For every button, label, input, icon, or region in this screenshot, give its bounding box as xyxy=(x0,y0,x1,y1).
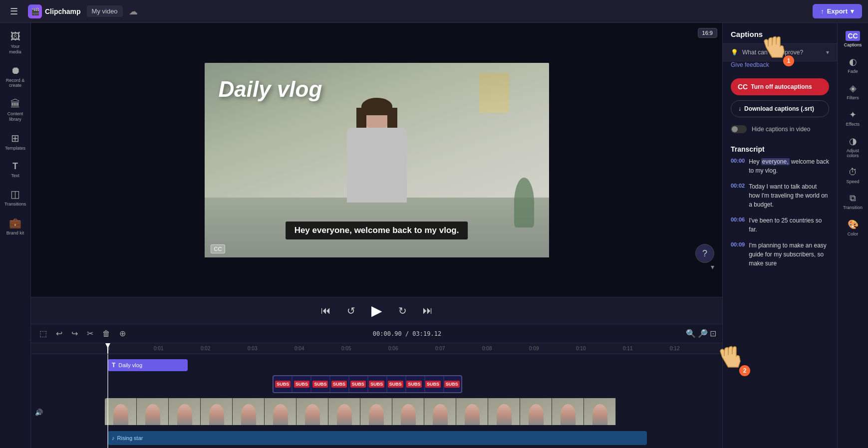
ts-time-1: 00:02 xyxy=(731,183,745,209)
give-feedback-link[interactable]: Give feedback xyxy=(723,61,837,73)
subs-badge-1: SUBS xyxy=(275,381,290,388)
rewind-button[interactable]: ↺ xyxy=(343,303,359,319)
save-button[interactable]: ⊕ xyxy=(117,327,128,340)
subs-badge-2: SUBS xyxy=(294,381,309,388)
video-thumb-6 xyxy=(265,398,296,425)
video-thumb-1 xyxy=(105,398,137,425)
redo-button[interactable]: ↪ xyxy=(69,327,80,340)
transcript-header: Transcript xyxy=(723,140,837,157)
tool-color[interactable]: 🎨 Color xyxy=(839,215,867,240)
subs-track-row: SUBS SUBS SUBS SUBS SUBS SUBS SUBS SUBS … xyxy=(31,374,722,396)
video-frame: Daily vlog Hey everyone, welcome back to… xyxy=(205,63,549,257)
music-track-row: ♪ Rising star xyxy=(31,428,722,446)
volume-icon: 🔊 xyxy=(35,409,43,416)
fit-to-screen-button[interactable]: ⊡ xyxy=(710,329,716,338)
sidebar-item-brand-label: Brand kit xyxy=(6,230,24,236)
video-title[interactable]: My video xyxy=(87,5,123,17)
sidebar-item-transitions[interactable]: ◫ Transitions xyxy=(1,184,29,211)
scroll-down-button[interactable]: ▾ xyxy=(711,263,714,271)
ruler-mark-2: 0:02 xyxy=(201,346,248,351)
play-button[interactable]: ▶ xyxy=(367,300,386,321)
captions-tool-label: Captions xyxy=(844,42,862,47)
video-thumbnails[interactable] xyxy=(105,398,718,426)
video-track-label: 🔊 xyxy=(35,409,105,416)
help-button[interactable]: ? xyxy=(695,244,714,263)
export-button[interactable]: ↑ Export ▾ xyxy=(813,4,862,18)
feedback-row[interactable]: 💡 What can we improve? ▾ xyxy=(723,44,837,61)
your-media-icon: 🖼 xyxy=(10,31,20,42)
select-tool-button[interactable]: ⬚ xyxy=(37,327,49,340)
subs-badge-5: SUBS xyxy=(350,381,366,388)
video-thumb-2 xyxy=(137,398,169,425)
color-tool-icon: 🎨 xyxy=(848,219,859,230)
sidebar-item-record-label: Record & create xyxy=(4,78,26,89)
ruler-mark-8: 0:08 xyxy=(482,346,529,351)
transition-tool-icon: ⧉ xyxy=(850,193,856,204)
left-sidebar: 🖼 Your media ⏺ Record & create 🏛 Content… xyxy=(0,23,31,448)
cut-button[interactable]: ✂ xyxy=(84,327,96,340)
video-thumb-7 xyxy=(296,398,328,425)
zoom-in-button[interactable]: 🔎 xyxy=(698,329,708,338)
sidebar-item-content-label: Content library xyxy=(4,111,26,122)
video-thumb-4 xyxy=(201,398,233,425)
download-captions-button[interactable]: ↓ Download captions (.srt) xyxy=(731,100,829,117)
adjust-colors-tool-label: Adjust colors xyxy=(841,148,865,158)
tool-captions[interactable]: CC Captions xyxy=(839,27,867,51)
captions-panel-header: Captions xyxy=(723,23,837,44)
undo-button[interactable]: ↩ xyxy=(53,327,65,340)
sidebar-item-templates[interactable]: ⊞ Templates xyxy=(1,128,29,155)
tool-fade[interactable]: ◐ Fade xyxy=(839,52,867,78)
sidebar-item-record[interactable]: ⏺ Record & create xyxy=(1,61,29,93)
music-clip-label: Rising star xyxy=(117,435,143,441)
zoom-group: 🔍 🔎 ⊡ xyxy=(686,329,716,338)
sidebar-item-content-library[interactable]: 🏛 Content library xyxy=(1,94,29,126)
playhead-line xyxy=(107,343,108,354)
aspect-ratio-badge: 16:9 xyxy=(698,28,717,38)
video-thumb-11 xyxy=(424,398,456,425)
video-track-row: 🔊 xyxy=(31,396,722,428)
music-clip[interactable]: ♪ Rising star xyxy=(108,431,647,445)
feedback-question: What can we improve? xyxy=(742,49,803,56)
tool-adjust-colors[interactable]: ◑ Adjust colors xyxy=(839,132,867,162)
filters-tool-label: Filters xyxy=(847,95,859,100)
ts-time-0: 00:00 xyxy=(731,158,745,175)
sidebar-item-brand-kit[interactable]: 💼 Brand kit xyxy=(1,213,29,240)
captions-tool-icon: CC xyxy=(846,31,860,41)
tool-transition[interactable]: ⧉ Transition xyxy=(839,189,867,214)
sidebar-item-your-media[interactable]: 🖼 Your media xyxy=(1,27,29,59)
cc-toggle-button[interactable]: CC xyxy=(211,244,226,253)
skip-to-end-button[interactable]: ⏭ xyxy=(419,303,437,318)
transcript-entry-3[interactable]: 00:09 I'm planning to make an easy guide… xyxy=(731,241,829,268)
title-clip[interactable]: T Daily vlog xyxy=(108,359,188,371)
hide-captions-toggle[interactable] xyxy=(731,125,747,133)
tool-speed[interactable]: ⏱ Speed xyxy=(839,163,867,188)
transcript-body[interactable]: 00:00 Hey everyone, welcome back to my v… xyxy=(723,157,837,448)
turn-off-autocaptions-button[interactable]: CC Turn off autocaptions xyxy=(731,78,829,95)
forward-button[interactable]: ↻ xyxy=(394,303,411,319)
sidebar-item-text[interactable]: T Text xyxy=(1,157,29,183)
ruler-marks-container: 0 0:01 0:02 0:03 0:04 0:05 0:06 0:07 0:0… xyxy=(107,346,717,351)
tool-filters[interactable]: ◈ Filters xyxy=(839,79,867,104)
fade-tool-icon: ◐ xyxy=(849,56,857,67)
effects-tool-icon: ✦ xyxy=(849,109,857,120)
ruler-mark-10: 0:10 xyxy=(576,346,623,351)
ts-text-2: I've been to 25 countries so far. xyxy=(749,216,829,234)
video-thumb-15 xyxy=(552,398,584,425)
zoom-out-button[interactable]: 🔍 xyxy=(686,329,696,338)
record-icon: ⏺ xyxy=(10,65,20,76)
music-track-content: ♪ Rising star xyxy=(108,430,718,444)
skip-to-start-button[interactable]: ⏮ xyxy=(317,303,335,318)
tool-effects[interactable]: ✦ Effects xyxy=(839,105,867,131)
transcript-entry-1[interactable]: 00:02 Today I want to talk about how I'm… xyxy=(731,182,829,209)
feedback-chevron: ▾ xyxy=(826,49,829,56)
export-label: Export xyxy=(827,7,848,15)
subs-clip[interactable]: SUBS SUBS SUBS SUBS SUBS SUBS SUBS SUBS … xyxy=(273,375,462,393)
transcript-entry-0[interactable]: 00:00 Hey everyone, welcome back to my v… xyxy=(731,157,829,175)
transcript-entry-2[interactable]: 00:06 I've been to 25 countries so far. xyxy=(731,216,829,234)
delete-button[interactable]: 🗑 xyxy=(100,328,113,340)
music-icon: ♪ xyxy=(112,435,115,441)
hamburger-button[interactable]: ☰ xyxy=(6,4,22,19)
transitions-icon: ◫ xyxy=(10,188,20,200)
transcript-section: Transcript 00:00 Hey everyone, welcome b… xyxy=(723,140,837,448)
logo-text: Clipchamp xyxy=(45,7,81,15)
